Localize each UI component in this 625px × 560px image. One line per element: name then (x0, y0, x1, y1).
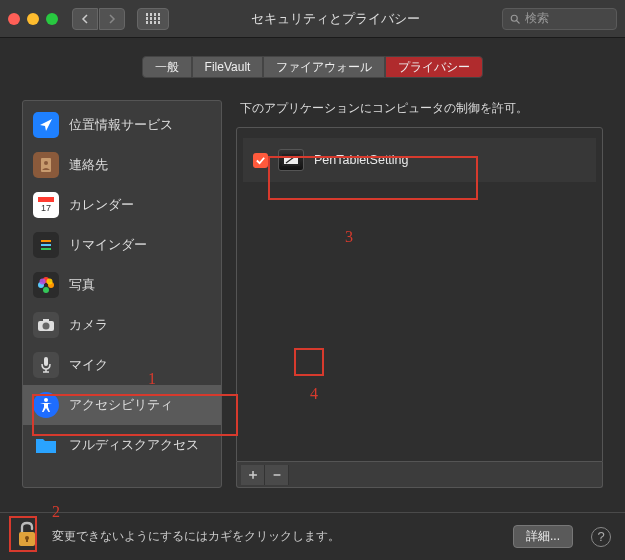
camera-icon (33, 312, 59, 338)
window-title: セキュリティとプライバシー (251, 10, 420, 28)
sidebar-item-microphone[interactable]: マイク (23, 345, 221, 385)
lock-description: 変更できないようにするにはカギをクリックします。 (52, 528, 503, 545)
minimize-icon[interactable] (27, 13, 39, 25)
accessibility-icon (33, 392, 59, 418)
search-icon (509, 13, 521, 25)
lock-icon (14, 520, 40, 550)
right-panel: 下のアプリケーションにコンピュータの制御を許可。 PenTabletSettin… (236, 100, 603, 488)
svg-rect-6 (41, 240, 51, 242)
annotation-number-2: 2 (52, 503, 60, 521)
sidebar-item-full-disk[interactable]: フルディスクアクセス (23, 425, 221, 465)
sidebar-item-label: フルディスクアクセス (69, 437, 199, 454)
sidebar-item-label: マイク (69, 357, 108, 374)
annotation-number-4: 4 (310, 385, 318, 403)
privacy-category-list[interactable]: 位置情報サービス 連絡先 17 カレンダー リマインダー (22, 100, 222, 488)
panel-description: 下のアプリケーションにコンピュータの制御を許可。 (236, 100, 603, 117)
close-icon[interactable] (8, 13, 20, 25)
svg-point-0 (511, 15, 517, 21)
svg-point-14 (40, 279, 46, 285)
tab-bar: 一般 FileVault ファイアウォール プライバシー (0, 38, 625, 88)
details-button[interactable]: 詳細... (513, 525, 573, 548)
sidebar-item-label: 写真 (69, 277, 95, 294)
sidebar-item-photos[interactable]: 写真 (23, 265, 221, 305)
tab-firewall[interactable]: ファイアウォール (263, 56, 385, 78)
svg-rect-18 (44, 357, 48, 366)
sidebar-item-label: 位置情報サービス (69, 117, 173, 134)
sidebar-item-label: カレンダー (69, 197, 134, 214)
show-all-button[interactable] (137, 8, 169, 30)
tab-general[interactable]: 一般 (142, 56, 192, 78)
main-content: 位置情報サービス 連絡先 17 カレンダー リマインダー (0, 88, 625, 488)
sidebar-item-camera[interactable]: カメラ (23, 305, 221, 345)
footer: 変更できないようにするにはカギをクリックします。 詳細... ? (0, 512, 625, 560)
folder-icon (33, 432, 59, 458)
annotation-number-3: 3 (345, 228, 353, 246)
search-placeholder: 検索 (525, 10, 549, 27)
svg-point-13 (47, 279, 53, 285)
annotation-number-1: 1 (148, 370, 156, 388)
chevron-right-icon (108, 14, 116, 24)
tab-filevault[interactable]: FileVault (192, 56, 264, 78)
reminders-icon (33, 232, 59, 258)
app-name-label: PenTabletSetting (314, 153, 409, 167)
remove-button[interactable]: － (265, 465, 289, 485)
sidebar-item-reminders[interactable]: リマインダー (23, 225, 221, 265)
svg-rect-8 (41, 248, 51, 250)
sidebar-item-label: 連絡先 (69, 157, 108, 174)
calendar-icon: 17 (33, 192, 59, 218)
back-button[interactable] (72, 8, 98, 30)
check-icon (255, 155, 266, 166)
svg-rect-17 (43, 319, 49, 322)
svg-text:17: 17 (41, 203, 51, 213)
svg-rect-4 (38, 197, 54, 202)
zoom-icon[interactable] (46, 13, 58, 25)
app-row[interactable]: PenTabletSetting (243, 138, 596, 182)
forward-button[interactable] (99, 8, 125, 30)
svg-point-21 (44, 398, 48, 402)
svg-point-3 (44, 161, 48, 165)
sidebar-item-label: アクセシビリティ (69, 397, 173, 414)
grid-icon (146, 13, 161, 24)
pentablet-icon (278, 149, 304, 171)
svg-rect-7 (41, 244, 51, 246)
add-button[interactable]: ＋ (241, 465, 265, 485)
sidebar-item-label: リマインダー (69, 237, 147, 254)
sidebar-item-contacts[interactable]: 連絡先 (23, 145, 221, 185)
chevron-left-icon (81, 14, 89, 24)
svg-line-1 (517, 20, 520, 23)
svg-point-11 (43, 287, 49, 293)
nav-buttons (72, 8, 125, 30)
contacts-icon (33, 152, 59, 178)
lock-button[interactable] (14, 520, 42, 553)
app-list[interactable]: PenTabletSetting (236, 127, 603, 462)
list-toolbar: ＋ － (236, 462, 603, 488)
sidebar-item-calendar[interactable]: 17 カレンダー (23, 185, 221, 225)
svg-rect-28 (26, 538, 28, 542)
sidebar-item-label: カメラ (69, 317, 108, 334)
mic-icon (33, 352, 59, 378)
location-icon (33, 112, 59, 138)
app-checkbox[interactable] (253, 153, 268, 168)
svg-point-16 (43, 323, 50, 330)
window-controls (8, 13, 58, 25)
search-input[interactable]: 検索 (502, 8, 617, 30)
titlebar: セキュリティとプライバシー 検索 (0, 0, 625, 38)
sidebar-item-location[interactable]: 位置情報サービス (23, 105, 221, 145)
sidebar-item-accessibility[interactable]: アクセシビリティ (23, 385, 221, 425)
photos-icon (33, 272, 59, 298)
help-button[interactable]: ? (591, 527, 611, 547)
tab-privacy[interactable]: プライバシー (385, 56, 483, 78)
